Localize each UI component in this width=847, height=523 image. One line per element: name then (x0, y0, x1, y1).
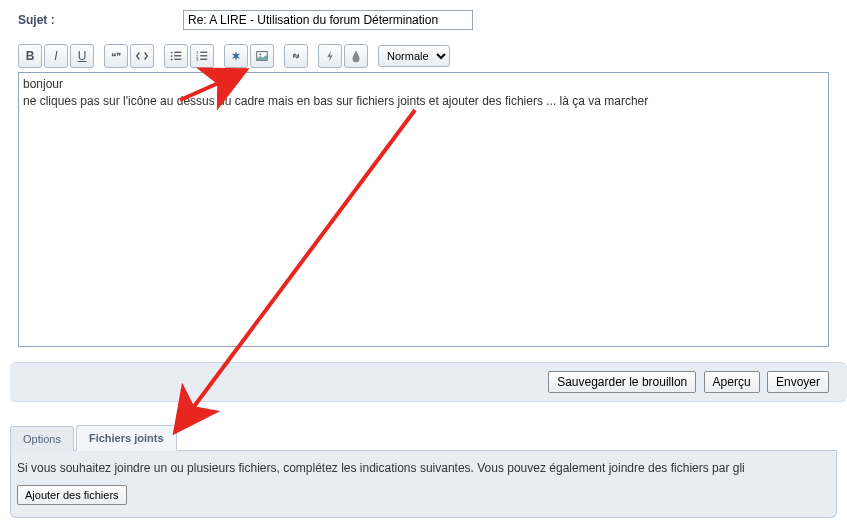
add-files-button[interactable]: Ajouter des fichiers (17, 485, 127, 505)
link-button[interactable] (284, 44, 308, 68)
bold-icon: B (26, 49, 35, 63)
unordered-list-button[interactable] (164, 44, 188, 68)
lightning-icon (323, 49, 337, 63)
svg-rect-6 (174, 59, 181, 60)
action-bar: Sauvegarder le brouillon Aperçu Envoyer (10, 362, 847, 402)
svg-point-5 (171, 59, 173, 61)
svg-rect-4 (174, 55, 181, 56)
svg-point-3 (171, 55, 173, 57)
lower-tabs-block: Options Fichiers joints Si vous souhaite… (10, 424, 837, 518)
quote-icon: ❝❞ (109, 49, 123, 63)
svg-text:❝❞: ❝❞ (111, 51, 121, 62)
svg-rect-12 (200, 59, 207, 60)
attachments-instruction: Si vous souhaitez joindre un ou plusieur… (17, 461, 830, 475)
svg-rect-8 (200, 52, 207, 53)
font-size-select[interactable]: Normale (378, 45, 450, 67)
link-icon (289, 49, 303, 63)
bold-button[interactable]: B (18, 44, 42, 68)
flash-button[interactable] (318, 44, 342, 68)
list-ul-icon (169, 49, 183, 63)
quote-button[interactable]: ❝❞ (104, 44, 128, 68)
code-button[interactable] (130, 44, 154, 68)
font-color-button[interactable] (344, 44, 368, 68)
svg-point-1 (171, 52, 173, 54)
message-editor[interactable] (18, 72, 829, 347)
subject-row: Sujet : (18, 10, 829, 30)
subject-input[interactable] (183, 10, 473, 30)
ordered-list-button[interactable]: 123 (190, 44, 214, 68)
tabs-row: Options Fichiers joints (10, 424, 837, 451)
image-icon (255, 49, 269, 63)
tab-options[interactable]: Options (10, 426, 74, 451)
svg-rect-10 (200, 55, 207, 56)
underline-button[interactable]: U (70, 44, 94, 68)
svg-point-14 (259, 53, 261, 55)
insert-image-button[interactable] (250, 44, 274, 68)
save-draft-button[interactable]: Sauvegarder le brouillon (548, 371, 696, 393)
submit-button[interactable]: Envoyer (767, 371, 829, 393)
italic-button[interactable]: I (44, 44, 68, 68)
svg-text:3: 3 (196, 57, 199, 62)
burst-button[interactable] (224, 44, 248, 68)
drop-icon (349, 49, 363, 63)
tab-attachments[interactable]: Fichiers joints (76, 425, 177, 451)
underline-icon: U (78, 49, 87, 63)
italic-icon: I (54, 49, 57, 63)
preview-button[interactable]: Aperçu (704, 371, 760, 393)
editor-toolbar: B I U ❝❞ 123 (18, 44, 829, 68)
svg-rect-2 (174, 52, 181, 53)
burst-icon (229, 49, 243, 63)
subject-label: Sujet : (18, 13, 183, 27)
list-ol-icon: 123 (195, 49, 209, 63)
code-icon (135, 49, 149, 63)
attachments-panel: Si vous souhaitez joindre un ou plusieur… (10, 451, 837, 518)
